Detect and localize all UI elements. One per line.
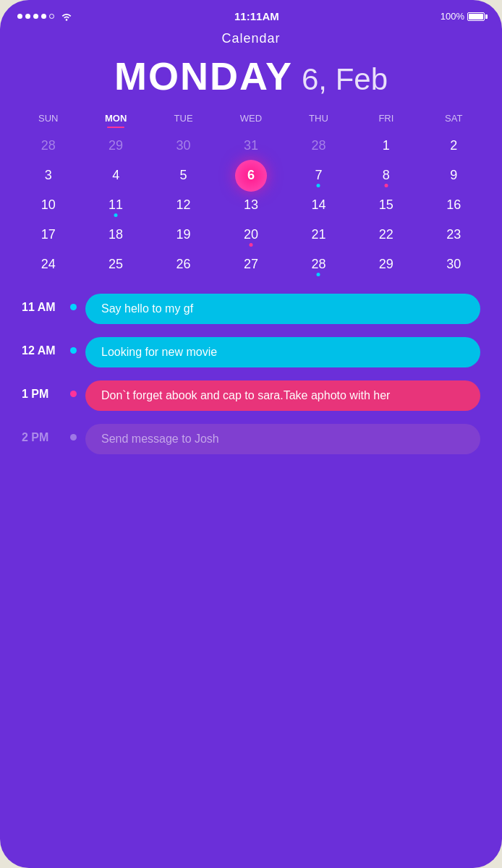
- day-28-jan[interactable]: 28: [14, 131, 82, 161]
- weekday-wed: WED: [217, 110, 284, 127]
- battery-fill: [469, 14, 483, 20]
- signal-dot-3: [33, 14, 38, 19]
- connector-dot-2pm: [70, 434, 77, 441]
- weekday-headers: SUN MON TUE WED THU FRI SAT: [14, 110, 488, 127]
- day-9-feb[interactable]: 9: [420, 161, 488, 190]
- event-time-1pm: 1 PM: [22, 380, 61, 401]
- weekday-sun: SUN: [14, 110, 82, 127]
- event-bubble-12am[interactable]: Looking for new movie: [85, 337, 480, 367]
- day-27-feb[interactable]: 27: [217, 250, 284, 279]
- battery-icon: [467, 12, 485, 21]
- day-13-feb[interactable]: 13: [217, 190, 284, 220]
- event-dot-8: [384, 184, 388, 187]
- day-23-feb[interactable]: 23: [420, 220, 488, 250]
- event-dot-11: [114, 213, 118, 217]
- week-3: 10 11 12 13 14 15 16: [14, 190, 488, 220]
- day-29-feb[interactable]: 29: [352, 250, 420, 279]
- week-5: 24 25 26 27 28 29 30: [14, 250, 488, 279]
- day-22-feb[interactable]: 22: [352, 220, 420, 250]
- event-bubble-11am[interactable]: Say hello to my gf: [85, 294, 480, 324]
- status-time: 11:11AM: [234, 10, 279, 22]
- day-7-feb[interactable]: 7: [285, 161, 352, 190]
- calendar-grid: SUN MON TUE WED THU FRI SAT 28 29 30 31 …: [0, 110, 502, 279]
- day-25-feb[interactable]: 25: [82, 250, 149, 279]
- phone-frame: 11:11AM 100% Calendar MONDAY 6, Feb SUN …: [0, 0, 502, 868]
- event-connector-12am: [70, 337, 77, 354]
- day-8-feb[interactable]: 8: [352, 161, 420, 190]
- event-item-2pm: 2 PM Send message to Josh: [22, 424, 480, 454]
- battery-percent: 100%: [441, 11, 464, 22]
- calendar-title: Calendar: [0, 28, 502, 54]
- day-21-feb[interactable]: 21: [285, 220, 352, 250]
- day-12-feb[interactable]: 12: [150, 190, 217, 220]
- events-section: 11 AM Say hello to my gf 12 AM Looking f…: [0, 279, 502, 868]
- connector-dot-12am: [70, 347, 77, 354]
- day-heading: MONDAY 6, Feb: [0, 54, 502, 110]
- week-4: 17 18 19 20 21 22 23: [14, 220, 488, 250]
- event-dot-20: [249, 243, 252, 247]
- week-1: 28 29 30 31 28 1 2: [14, 131, 488, 161]
- weekday-sat: SAT: [420, 110, 488, 127]
- event-time-12am: 12 AM: [22, 337, 61, 357]
- event-time-11am: 11 AM: [22, 294, 61, 314]
- day-10-feb[interactable]: 10: [14, 190, 82, 220]
- status-bar: 11:11AM 100%: [0, 0, 502, 28]
- wifi-icon: [60, 12, 73, 21]
- event-item-11am: 11 AM Say hello to my gf: [22, 294, 480, 324]
- day-31-jan[interactable]: 31: [217, 131, 284, 161]
- day-28-feb-extra[interactable]: 28: [285, 131, 352, 161]
- day-4-feb[interactable]: 4: [82, 161, 149, 190]
- day-30-jan[interactable]: 30: [150, 131, 217, 161]
- day-18-feb[interactable]: 18: [82, 220, 149, 250]
- day-6-feb[interactable]: 6: [217, 161, 284, 190]
- event-bubble-2pm[interactable]: Send message to Josh: [85, 424, 480, 454]
- signal-area: [17, 12, 73, 21]
- day-11-feb[interactable]: 11: [82, 190, 149, 220]
- event-bubble-1pm[interactable]: Don`t forget abook and cap to sara.Take …: [85, 380, 480, 411]
- day-2-feb[interactable]: 2: [420, 131, 488, 161]
- event-connector-11am: [70, 294, 77, 310]
- day-30-feb[interactable]: 30: [420, 250, 488, 279]
- day-date: 6, Feb: [302, 62, 388, 97]
- event-connector-1pm: [70, 380, 77, 397]
- signal-dot-5: [49, 14, 54, 19]
- day-19-feb[interactable]: 19: [150, 220, 217, 250]
- day-28-feb[interactable]: 28: [285, 250, 352, 279]
- day-17-feb[interactable]: 17: [14, 220, 82, 250]
- battery-area: 100%: [441, 11, 485, 22]
- event-time-2pm: 2 PM: [22, 424, 61, 444]
- day-24-feb[interactable]: 24: [14, 250, 82, 279]
- weekday-thu: THU: [285, 110, 352, 127]
- day-14-feb[interactable]: 14: [285, 190, 352, 220]
- event-dot-28: [317, 273, 320, 276]
- event-item-1pm: 1 PM Don`t forget abook and cap to sara.…: [22, 380, 480, 411]
- week-2: 3 4 5 6 7 8 9: [14, 161, 488, 190]
- day-26-feb[interactable]: 26: [150, 250, 217, 279]
- connector-dot-11am: [70, 304, 77, 310]
- event-connector-2pm: [70, 424, 77, 441]
- day-29-jan[interactable]: 29: [82, 131, 149, 161]
- event-item-12am: 12 AM Looking for new movie: [22, 337, 480, 367]
- day-5-feb[interactable]: 5: [150, 161, 217, 190]
- day-name: MONDAY: [114, 54, 293, 98]
- connector-dot-1pm: [70, 391, 77, 397]
- signal-dot-2: [25, 14, 30, 19]
- weekday-tue: TUE: [150, 110, 217, 127]
- day-1-feb[interactable]: 1: [352, 131, 420, 161]
- signal-dot-1: [17, 14, 22, 19]
- signal-dot-4: [41, 14, 46, 19]
- day-20-feb[interactable]: 20: [217, 220, 284, 250]
- weekday-mon: MON: [82, 110, 149, 127]
- day-15-feb[interactable]: 15: [352, 190, 420, 220]
- weeks-grid: 28 29 30 31 28 1 2 3 4 5 6 7: [14, 131, 488, 279]
- weekday-fri: FRI: [352, 110, 420, 127]
- day-3-feb[interactable]: 3: [14, 161, 82, 190]
- day-16-feb[interactable]: 16: [420, 190, 488, 220]
- event-dot-7: [317, 184, 320, 187]
